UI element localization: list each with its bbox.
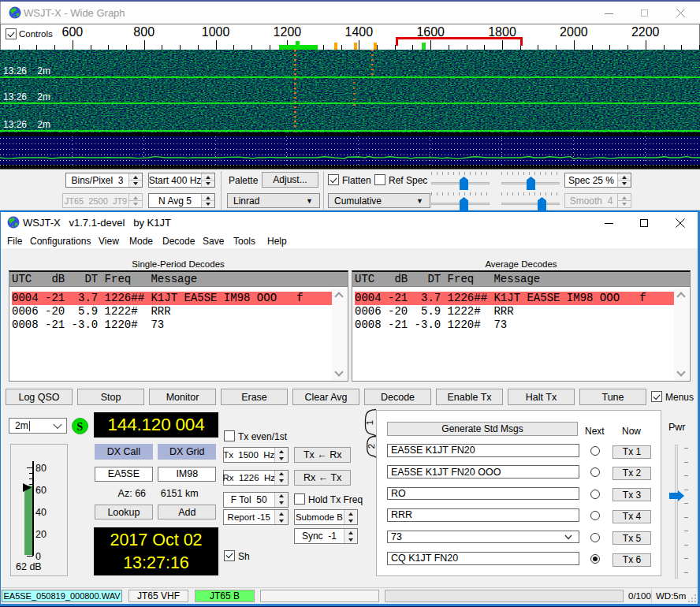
svg-text:1: 1 <box>365 420 374 425</box>
svg-text:2: 2 <box>367 444 376 449</box>
